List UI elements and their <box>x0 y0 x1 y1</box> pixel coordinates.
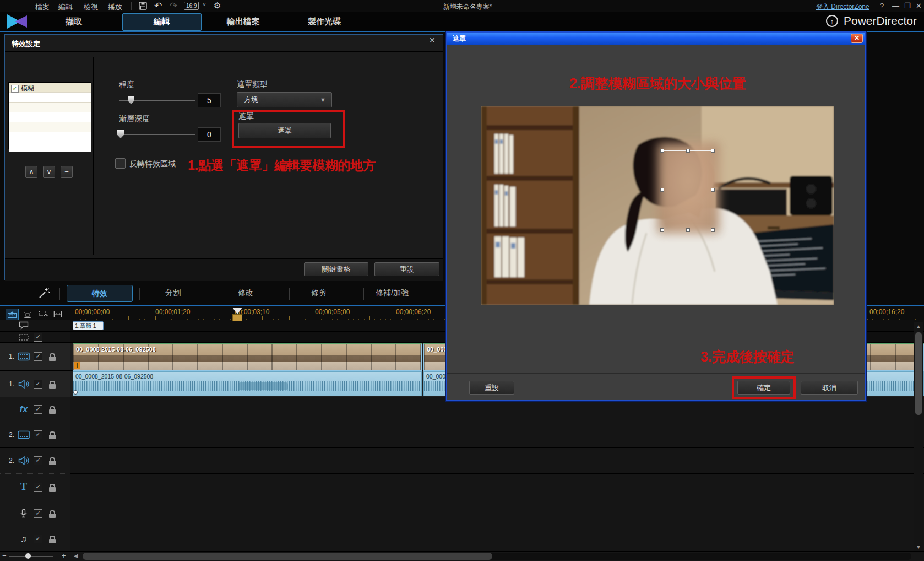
zoom-out-icon[interactable]: − <box>2 552 7 560</box>
track-enable-checkbox[interactable]: ✓ <box>34 483 42 492</box>
track-lock-icon[interactable] <box>45 456 59 465</box>
track-lock-icon[interactable] <box>45 430 59 439</box>
music-lane[interactable] <box>70 527 924 551</box>
track-enable-checkbox[interactable]: ✓ <box>34 380 42 389</box>
track-lock-icon[interactable] <box>45 380 59 389</box>
volume-keyframe-node[interactable] <box>73 390 78 395</box>
scroll-up-icon[interactable]: ▲ <box>916 323 921 330</box>
reset-button[interactable]: 重設 <box>374 262 439 276</box>
track-enable-checkbox[interactable]: ✓ <box>34 456 42 465</box>
tab-capture[interactable]: 擷取 <box>57 17 90 27</box>
track-header-music[interactable]: ♫ ✓ <box>0 527 70 551</box>
login-directorzone-link[interactable]: 登入 DirectorZone <box>816 2 869 12</box>
resize-handle-nw[interactable] <box>660 149 664 153</box>
track-header-audio2[interactable]: 2. ✓ <box>0 448 70 474</box>
track-lock-icon[interactable] <box>45 535 59 543</box>
subtitle-enable-checkbox[interactable]: ✓ <box>34 333 42 342</box>
track-lock-icon[interactable] <box>45 509 59 518</box>
panel-close-icon[interactable]: ✕ <box>429 36 436 45</box>
invert-effect-checkbox[interactable] <box>115 158 126 169</box>
remove-effect-button[interactable]: − <box>61 166 73 178</box>
resize-handle-se[interactable] <box>711 228 715 232</box>
track-header-voice[interactable]: ✓ <box>0 500 70 527</box>
track-enable-checkbox[interactable]: ✓ <box>34 430 42 439</box>
track-lock-icon[interactable] <box>45 352 59 361</box>
playhead-marker[interactable] <box>232 308 242 314</box>
effect-list[interactable]: ✓模糊 <box>8 82 91 149</box>
menu-file[interactable]: 檔案 <box>35 2 50 12</box>
storyboard-view-icon[interactable] <box>21 309 34 321</box>
timeline-zoom-slider[interactable] <box>9 556 53 557</box>
scroll-left-icon[interactable]: ◀ <box>74 553 78 559</box>
gradient-slider-track[interactable] <box>119 134 195 135</box>
degree-slider-handle[interactable] <box>128 96 134 104</box>
voice-lane[interactable] <box>70 500 924 527</box>
help-button[interactable]: ? <box>880 2 884 10</box>
undo-icon[interactable]: ↶ <box>154 0 162 12</box>
track-enable-checkbox[interactable]: ✓ <box>34 535 42 543</box>
audio2-lane[interactable] <box>70 448 924 474</box>
dialog-cancel-button[interactable]: 取消 <box>801 381 858 395</box>
mask-dialog-close-icon[interactable]: ✕ <box>851 34 863 43</box>
function-tab-modify[interactable]: 修改 <box>232 288 259 298</box>
menu-edit[interactable]: 編輯 <box>58 2 73 12</box>
function-tab-split[interactable]: 分割 <box>159 288 187 298</box>
timeline-zoom-handle[interactable] <box>25 553 31 559</box>
menu-play[interactable]: 播放 <box>108 2 122 12</box>
effect-applied-badge[interactable]: i <box>74 362 80 369</box>
resize-handle-w[interactable] <box>660 188 664 192</box>
gradient-depth-value[interactable]: 0 <box>198 127 221 142</box>
mask-preview-image[interactable] <box>481 106 834 305</box>
track-lock-icon[interactable] <box>45 483 59 492</box>
timeline-view-icon[interactable] <box>6 309 19 321</box>
zoom-in-icon[interactable]: + <box>62 552 66 560</box>
audio-clip-1[interactable]: 00_0008_2015-08-06_092508 <box>73 371 422 396</box>
redo-icon[interactable]: ↷ <box>170 0 177 12</box>
restore-button[interactable]: ❐ <box>904 2 911 10</box>
trim-icon[interactable] <box>52 309 64 320</box>
resize-handle-ne[interactable] <box>711 149 715 153</box>
title-lane[interactable] <box>70 474 924 500</box>
track-enable-checkbox[interactable]: ✓ <box>34 405 42 414</box>
horizontal-scroll-thumb[interactable] <box>83 553 492 560</box>
function-tab-trim[interactable]: 修剪 <box>305 288 333 298</box>
track-header-video2[interactable]: 2. ✓ <box>0 422 70 448</box>
function-tab-fix-enhance[interactable]: 修補/加強 <box>367 288 417 298</box>
dialog-ok-button[interactable]: 確定 <box>737 381 790 395</box>
magic-wand-icon[interactable] <box>37 287 51 300</box>
tab-produce[interactable]: 輸出檔案 <box>218 17 269 27</box>
track-enable-checkbox[interactable]: ✓ <box>34 352 42 361</box>
settings-gear-icon[interactable]: ⚙ <box>214 1 221 10</box>
track-header-video1[interactable]: 1. ✓ <box>0 343 70 371</box>
menu-view[interactable]: 檢視 <box>84 2 98 12</box>
track-header-subtitle[interactable]: ✓ <box>0 332 70 343</box>
track-enable-checkbox[interactable]: ✓ <box>34 509 42 518</box>
track-header-title[interactable]: T ✓ <box>0 474 70 500</box>
mask-type-dropdown[interactable]: 方塊 ▼ <box>237 92 332 107</box>
mask-selection-box[interactable] <box>662 150 713 230</box>
effect-enabled-checkbox[interactable]: ✓ <box>11 85 19 93</box>
dialog-reset-button[interactable]: 重設 <box>469 381 514 395</box>
aspect-caret-icon[interactable]: ˅ <box>203 2 206 8</box>
close-button[interactable]: ✕ <box>916 2 922 10</box>
tab-edit[interactable]: 編輯 <box>122 13 202 31</box>
gradient-slider-handle[interactable] <box>117 130 124 138</box>
video2-lane[interactable] <box>70 422 924 448</box>
resize-handle-e[interactable] <box>711 188 715 192</box>
vertical-scroll-thumb[interactable] <box>915 332 922 415</box>
timeline-horizontal-scrollbar[interactable] <box>83 553 911 560</box>
keyframe-button[interactable]: 關鍵畫格 <box>304 262 368 276</box>
minimize-button[interactable]: — <box>892 2 899 10</box>
playhead-marker-base[interactable] <box>232 314 242 321</box>
tab-create-disc[interactable]: 製作光碟 <box>299 17 350 27</box>
track-lock-icon[interactable] <box>45 405 59 414</box>
resize-handle-sw[interactable] <box>660 228 664 232</box>
range-select-icon[interactable] <box>37 309 50 320</box>
function-tab-effect[interactable]: 特效 <box>67 285 133 302</box>
mask-dialog-titlebar[interactable]: 遮罩 ✕ <box>447 33 865 45</box>
save-icon[interactable] <box>139 2 147 10</box>
move-down-button[interactable]: ∨ <box>43 166 55 178</box>
move-up-button[interactable]: ∧ <box>25 166 37 178</box>
resize-handle-n[interactable] <box>686 149 690 153</box>
mask-button[interactable]: 遮罩 <box>238 123 331 138</box>
